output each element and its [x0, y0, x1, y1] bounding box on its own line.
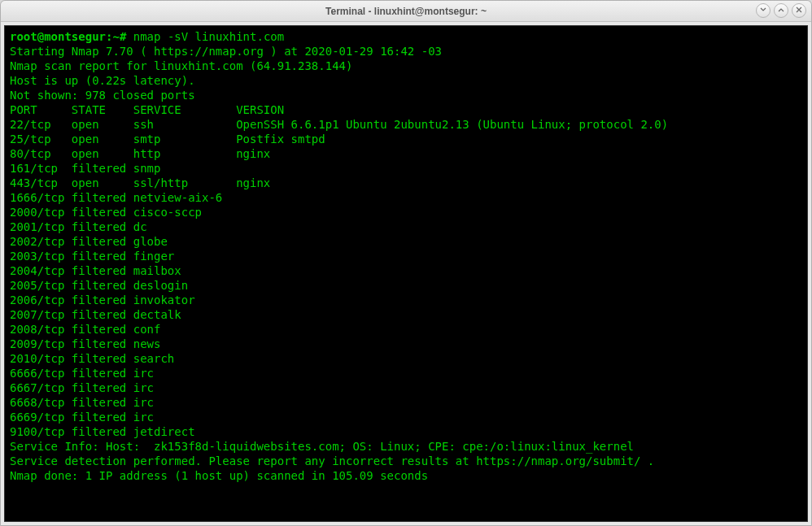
port-row: 6666/tcp filtered irc: [10, 366, 802, 380]
terminal-window: Terminal - linuxhint@montsegur: ~ root@m…: [0, 0, 812, 526]
output-line: Host is up (0.22s latency).: [10, 73, 802, 88]
port-row: 2008/tcp filtered conf: [10, 322, 802, 337]
prompt-tail: #: [120, 30, 133, 43]
port-row: 2006/tcp filtered invokator: [10, 293, 802, 307]
minimize-icon: [760, 7, 766, 15]
port-row: 1666/tcp filtered netview-aix-6: [10, 190, 802, 205]
port-row: 2009/tcp filtered news: [10, 337, 802, 351]
titlebar[interactable]: Terminal - linuxhint@montsegur: ~: [1, 1, 811, 22]
maximize-button[interactable]: [774, 3, 788, 18]
port-row: 22/tcp open ssh OpenSSH 6.6.1p1 Ubuntu 2…: [10, 117, 802, 132]
ports-header: PORT STATE SERVICE VERSION: [10, 102, 802, 117]
port-row: 2001/tcp filtered dc: [10, 220, 802, 234]
output-line: Starting Nmap 7.70 ( https://nmap.org ) …: [10, 44, 802, 59]
port-row: 80/tcp open http nginx: [10, 146, 802, 161]
maximize-icon: [778, 7, 784, 15]
port-row: 6669/tcp filtered irc: [10, 410, 802, 424]
output-line: Nmap scan report for linuxhint.com (64.9…: [10, 59, 802, 73]
minimize-button[interactable]: [756, 3, 771, 18]
port-row: 443/tcp open ssl/http nginx: [10, 176, 802, 190]
port-row: 2010/tcp filtered search: [10, 351, 802, 366]
prompt-user-host: root@montsegur: [10, 30, 106, 43]
port-row: 2000/tcp filtered cisco-sccp: [10, 205, 802, 220]
port-row: 9100/tcp filtered jetdirect: [10, 424, 802, 439]
command-text: nmap -sV linuxhint.com: [133, 30, 284, 43]
port-row: 25/tcp open smtp Postfix smtpd: [10, 132, 802, 146]
output-line: Nmap done: 1 IP address (1 host up) scan…: [10, 468, 802, 483]
port-row: 2002/tcp filtered globe: [10, 234, 802, 249]
port-row: 2004/tcp filtered mailbox: [10, 263, 802, 278]
terminal-body[interactable]: root@montsegur:~# nmap -sV linuxhint.com…: [4, 25, 808, 522]
port-row: 2005/tcp filtered deslogin: [10, 278, 802, 293]
output-line: Not shown: 978 closed ports: [10, 88, 802, 102]
port-row: 6668/tcp filtered irc: [10, 395, 802, 410]
window-title: Terminal - linuxhint@montsegur: ~: [325, 6, 487, 17]
prompt-line: root@montsegur:~# nmap -sV linuxhint.com: [10, 29, 802, 44]
window-controls: [756, 3, 806, 18]
port-row: 2007/tcp filtered dectalk: [10, 307, 802, 322]
output-line: Service detection performed. Please repo…: [10, 454, 802, 468]
close-button[interactable]: [792, 3, 806, 18]
prompt-path: ~: [112, 30, 119, 43]
close-icon: [796, 7, 802, 15]
port-row: 2003/tcp filtered finger: [10, 249, 802, 263]
port-row: 161/tcp filtered snmp: [10, 161, 802, 176]
port-row: 6667/tcp filtered irc: [10, 380, 802, 395]
output-line: Service Info: Host: zk153f8d-liquidwebsi…: [10, 439, 802, 454]
